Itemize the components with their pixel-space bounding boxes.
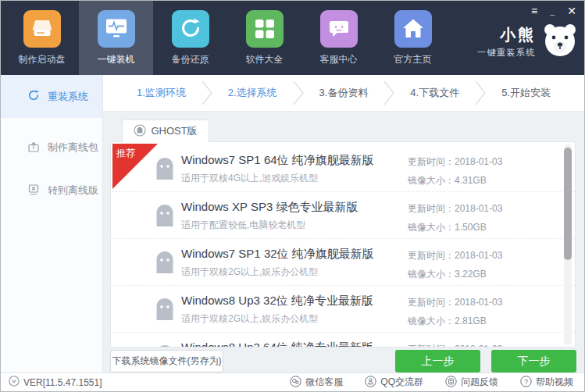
system-size: 镜像大小：2.81GB — [408, 315, 487, 328]
system-list: Windows7 SP1 64位 纯净旗舰最新版 适用于双核4G以上,游戏娱乐机… — [111, 145, 575, 347]
bear-icon — [542, 22, 578, 61]
package-up-icon — [27, 141, 40, 155]
system-updated: 更新时间：2018-01-03 — [408, 202, 502, 216]
qq-icon — [365, 376, 376, 390]
system-title: Windows8 Up3 64位 纯净专业最新版 — [181, 340, 373, 347]
feedback-icon — [445, 376, 457, 390]
window-controls: ≡ _ ✕ — [531, 5, 576, 17]
topnav-item-homepage[interactable]: 官方主页 — [376, 1, 450, 75]
version-text: VER[11.5.47.1551] — [23, 377, 102, 388]
wechat-service-link[interactable]: 微信客服 — [290, 376, 343, 390]
app-window: 制作启动盘 一键装机 备份还原 软件大全 — [0, 0, 585, 392]
system-list-panel: 推荐 Windows7 SP1 64位 纯净旗舰最新版 适用于双核4G以上,游戏… — [110, 141, 576, 347]
step-5-start-install: 5.开始安装 — [487, 86, 565, 100]
qq-group-link[interactable]: QQ交流群 — [365, 376, 423, 390]
sidebar-item-label: 转到离线版 — [48, 184, 98, 198]
step-chevron-icon — [474, 80, 487, 106]
system-row-winxp[interactable]: Windows XP SP3 绿色专业最新版 适用于配置较低,电脑较老机型 更新… — [111, 192, 575, 239]
download-image-button[interactable]: 下载系统镜像文件(另存为) — [110, 350, 223, 372]
close-button[interactable]: ✕ — [567, 5, 576, 17]
system-title: Windows7 SP1 32位 纯净旗舰最新版 — [181, 247, 374, 262]
topnav-label: 客服中心 — [320, 53, 358, 66]
ghost-os-icon — [155, 157, 175, 184]
feedback-link[interactable]: 问题反馈 — [445, 376, 498, 390]
system-updated: 更新时间：2018-01-03 — [408, 155, 502, 169]
sidebar-item-offline-package[interactable]: 制作离线包 — [1, 127, 102, 168]
topnav-item-boot-disk[interactable]: 制作启动盘 — [5, 1, 79, 75]
step-chevron-icon — [201, 80, 213, 106]
topnav-item-service-center[interactable]: 客服中心 — [301, 1, 376, 75]
scrollbar-thumb[interactable] — [564, 148, 572, 260]
system-title: Windows XP SP3 绿色专业最新版 — [181, 200, 358, 215]
system-desc: 适用于双核2G以上,娱乐办公机型 — [181, 265, 318, 279]
system-desc: 适用于双核4G以上,游戏娱乐机型 — [181, 172, 318, 185]
system-updated: 更新时间：2018-01-03 — [408, 296, 502, 309]
brand: 小熊 一键重装系统 — [477, 22, 578, 61]
offline-doc-icon — [27, 184, 40, 198]
status-bar: VER[11.5.47.1551] 微信客服 QQ交流群 问题反馈 ? 帮助视频 — [1, 372, 584, 391]
ghost-os-icon — [155, 344, 175, 347]
title-bar: 制作启动盘 一键装机 备份还原 软件大全 — [1, 1, 584, 75]
topnav-label: 官方主页 — [394, 53, 432, 66]
sidebar-item-offline-version[interactable]: 转到离线版 — [1, 170, 102, 211]
tab-label: GHOST版 — [151, 124, 197, 138]
status-links: 微信客服 QQ交流群 问题反馈 ? 帮助视频 — [290, 376, 573, 390]
tab-ghost-edition[interactable]: GHOST版 — [122, 119, 209, 142]
previous-step-button[interactable]: 上一步 — [395, 350, 480, 372]
system-size: 镜像大小：3.22GB — [408, 268, 487, 281]
system-title: Windows8 Up3 32位 纯净专业最新版 — [181, 294, 373, 308]
ghost-os-icon — [155, 298, 175, 324]
restore-arrow-icon — [172, 10, 209, 48]
topnav-label: 一键装机 — [98, 53, 135, 66]
system-updated: 更新时间：2018-01-03 — [408, 249, 502, 262]
svg-text:?: ? — [524, 377, 528, 385]
sidebar: 重装系统 制作离线包 转到离线版 — [1, 75, 103, 372]
sidebar-item-reinstall-system[interactable]: 重装系统 — [1, 75, 102, 118]
refresh-icon — [27, 89, 40, 104]
sidebar-item-label: 制作离线包 — [48, 141, 98, 155]
step-chevron-icon — [292, 80, 305, 106]
boot-disk-icon — [23, 10, 61, 48]
system-desc: 适用于配置较低,电脑较老机型 — [181, 219, 305, 232]
step-bar: 1.监测环境 2.选择系统 3.备份资料 4.下载文件 5.开始安装 — [103, 75, 584, 112]
chat-bubble-icon — [320, 10, 358, 48]
system-updated: 更新时间：2018-01-03 — [408, 343, 502, 347]
help-video-link[interactable]: ? 帮助视频 — [520, 376, 573, 390]
brand-name: 小熊 — [477, 24, 536, 45]
brand-tagline: 一键重装系统 — [477, 47, 536, 59]
monitor-pulse-icon — [98, 10, 135, 48]
step-chevron-icon — [383, 80, 395, 106]
system-size: 镜像大小：1.50GB — [408, 221, 487, 234]
topnav-label: 备份还原 — [172, 53, 209, 66]
system-desc: 适用于双核2G以上,娱乐办公机型 — [181, 312, 318, 326]
system-row-win7-32[interactable]: Windows7 SP1 32位 纯净旗舰最新版 适用于双核2G以上,娱乐办公机… — [111, 239, 575, 286]
topnav-item-backup-restore[interactable]: 备份还原 — [153, 1, 227, 75]
ghost-os-icon — [155, 251, 175, 277]
help-icon: ? — [520, 376, 532, 390]
home-icon — [394, 10, 432, 48]
system-title: Windows7 SP1 64位 纯净旗舰最新版 — [181, 153, 374, 168]
system-size: 镜像大小：4.31GB — [408, 174, 487, 187]
system-row-win8-32[interactable]: Windows8 Up3 32位 纯净专业最新版 适用于双核2G以上,娱乐办公机… — [111, 286, 575, 333]
chevron-down-circle-icon — [9, 376, 20, 389]
ghost-os-icon — [155, 204, 175, 230]
system-row-win7-64[interactable]: Windows7 SP1 64位 纯净旗舰最新版 适用于双核4G以上,游戏娱乐机… — [111, 145, 575, 192]
wechat-icon — [290, 376, 301, 390]
step-3-backup-data: 3.备份资料 — [305, 86, 383, 100]
step-2-select-system: 2.选择系统 — [213, 86, 292, 100]
topnav-item-one-click-install[interactable]: 一键装机 — [79, 1, 153, 75]
step-4-download-files: 4.下载文件 — [395, 86, 474, 100]
next-step-button[interactable]: 下一步 — [491, 350, 576, 372]
system-row-win8-64[interactable]: Windows8 Up3 64位 纯净专业最新版 更新时间：2018-01-03 — [111, 333, 575, 347]
top-nav: 制作启动盘 一键装机 备份还原 软件大全 — [5, 1, 450, 75]
topnav-item-software[interactable]: 软件大全 — [227, 1, 301, 75]
sidebar-item-label: 重装系统 — [48, 90, 88, 104]
ghost-circle-icon — [134, 124, 146, 139]
step-1-check-environment: 1.监测环境 — [122, 86, 201, 100]
version-info: VER[11.5.47.1551] — [9, 376, 102, 389]
topnav-label: 制作启动盘 — [19, 53, 66, 66]
topnav-label: 软件大全 — [246, 53, 284, 66]
menu-icon[interactable]: ≡ — [531, 5, 537, 17]
app-grid-icon — [246, 10, 284, 48]
minimize-button[interactable]: _ — [550, 5, 555, 17]
